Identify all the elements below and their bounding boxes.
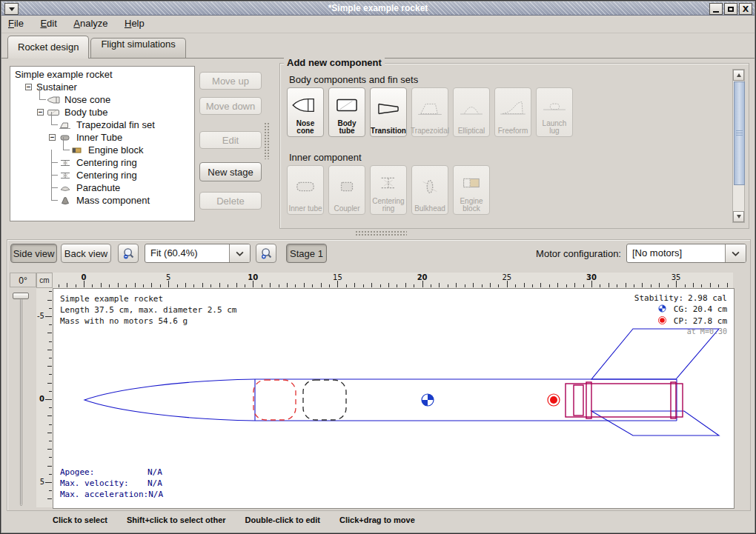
freeform-icon: [497, 90, 528, 127]
tree-item-inner-tube[interactable]: −Inner Tube: [10, 131, 194, 144]
inner-tube-button[interactable]: Inner tube: [287, 165, 324, 215]
nose-cone-button[interactable]: Nose cone: [287, 87, 324, 137]
minimize-button[interactable]: [709, 3, 723, 15]
transition-button[interactable]: Transition: [370, 87, 407, 137]
new-stage-button[interactable]: New stage: [199, 162, 262, 181]
motor-mount-outline: [566, 382, 683, 418]
add-component-title: Add new component: [284, 57, 385, 68]
scroll-down-button[interactable]: [733, 211, 744, 222]
bulkhead-button[interactable]: Bulkhead: [411, 165, 448, 215]
maximize-button[interactable]: [724, 3, 737, 15]
side-view-button[interactable]: Side view: [10, 244, 57, 263]
tree-item-engine-block[interactable]: Engine block: [10, 144, 194, 156]
cg-marker: [422, 394, 434, 406]
ruler-label: 35: [672, 273, 681, 281]
coupler-button[interactable]: Coupler: [328, 165, 365, 215]
scrollbar-thumb[interactable]: [734, 81, 745, 185]
tree-item-nose-cone[interactable]: Nose cone: [10, 93, 194, 106]
centeringring-icon: [59, 171, 72, 180]
cg-icon: [658, 304, 666, 316]
tree-item-parachute[interactable]: Parachute: [10, 181, 194, 194]
parachute-icon: [59, 184, 72, 193]
fin-bottom: [591, 411, 719, 435]
ruler-label: 15: [333, 273, 342, 281]
tree-item-centering-ring[interactable]: Centering ring: [10, 169, 194, 181]
stage-1-toggle[interactable]: Stage 1: [286, 244, 327, 263]
motor-config-dropdown-button[interactable]: [725, 244, 746, 262]
zoom-select[interactable]: Fit (60.4%): [145, 244, 251, 263]
add-component-panel: Add new component Body components and fi…: [279, 63, 749, 229]
scroll-up-button[interactable]: [733, 70, 744, 81]
status-hints: Click to selectShift+click to select oth…: [53, 515, 434, 524]
add-panel-scrollbar[interactable]: [732, 69, 745, 223]
body-tube-button[interactable]: Body tube: [328, 87, 365, 137]
component-button-label: Nose cone: [288, 120, 322, 135]
collapse-icon[interactable]: −: [25, 84, 32, 90]
cp-icon: [658, 316, 666, 327]
engineblock-icon: [456, 168, 487, 198]
openrocket-window: *Simple example rocket X File Edit Analy…: [0, 0, 756, 534]
move-up-button[interactable]: Move up: [199, 72, 262, 90]
edit-button[interactable]: Edit: [199, 131, 262, 149]
tree-connector: [61, 144, 70, 156]
tree-connector: [37, 93, 47, 106]
motor-config-select[interactable]: [No motors]: [626, 244, 746, 263]
tree-item-mass-component[interactable]: Mass component: [10, 194, 194, 207]
centering-ring-button[interactable]: Centering ring: [370, 165, 407, 215]
component-button-label: Elliptical: [458, 127, 485, 135]
coupler-icon: [331, 168, 362, 205]
engine-block-button[interactable]: Engine block: [453, 165, 490, 215]
rocket-canvas[interactable]: Simple example rocketLength 37.5 cm, max…: [53, 288, 735, 509]
menu-help[interactable]: Help: [118, 15, 151, 29]
trapezoidal-button[interactable]: Trapezoidal: [411, 87, 448, 137]
zoom-select-dropdown-button[interactable]: [229, 244, 250, 262]
vertical-ruler: -505: [36, 288, 53, 507]
collapse-icon[interactable]: −: [49, 134, 56, 141]
menu-file[interactable]: File: [1, 15, 30, 29]
vertical-splitter-grip[interactable]: [264, 122, 270, 159]
freeform-button[interactable]: Freeform: [494, 87, 531, 137]
rocket-info-text: Simple example rocketLength 37.5 cm, max…: [60, 293, 236, 327]
component-tree[interactable]: Simple example rocket−SustainerNose cone…: [10, 66, 195, 221]
motor-config-label: Motor configuration:: [536, 248, 621, 259]
elliptical-button[interactable]: Elliptical: [453, 87, 490, 137]
arrow-down-icon: [737, 215, 741, 218]
window-title: *Simple example rocket: [1, 1, 755, 15]
menu-edit[interactable]: Edit: [33, 15, 63, 29]
tab-bar: Rocket design Flight simulations: [1, 33, 755, 59]
transition-icon: [373, 90, 404, 127]
launch-lug-button[interactable]: Launch lug: [536, 87, 573, 137]
tree-item-simple-example-rocket[interactable]: Simple example rocket: [10, 68, 194, 81]
component-button-label: Trapezoidal: [411, 127, 449, 135]
tree-item-sustainer[interactable]: −Sustainer: [10, 81, 194, 93]
tree-item-body-tube[interactable]: −Body tube: [10, 106, 194, 119]
trapezoidal-icon: [414, 90, 445, 127]
tree-item-label: Engine block: [88, 144, 143, 156]
tab-rocket-design[interactable]: Rocket design: [7, 36, 89, 59]
component-button-label: Freeform: [498, 127, 528, 135]
component-button-label: Inner tube: [288, 205, 322, 213]
title-bar[interactable]: *Simple example rocket X: [1, 1, 755, 16]
component-button-label: Bulkhead: [414, 205, 445, 213]
component-button-label: Launch lug: [537, 120, 571, 135]
elliptical-icon: [456, 90, 487, 127]
horizontal-splitter-grip[interactable]: [355, 230, 407, 236]
window-menu-button[interactable]: [4, 3, 19, 15]
move-down-button[interactable]: Move down: [199, 97, 262, 115]
menu-analyze[interactable]: Analyze: [67, 15, 114, 29]
close-button[interactable]: X: [739, 3, 752, 15]
ruler-label: 5: [166, 273, 170, 281]
tree-item-centering-ring[interactable]: Centering ring: [10, 156, 194, 169]
tree-item-label: Centering ring: [76, 157, 137, 168]
rotation-slider-handle[interactable]: [13, 293, 29, 299]
tree-connector: [49, 194, 59, 207]
collapse-icon[interactable]: −: [37, 109, 44, 116]
rotation-slider-track[interactable]: [20, 298, 22, 506]
delete-button[interactable]: Delete: [199, 192, 262, 210]
back-view-button[interactable]: Back view: [61, 244, 111, 263]
zoom-in-button[interactable]: [256, 244, 276, 263]
mass-icon: [59, 196, 72, 205]
zoom-out-button[interactable]: [118, 244, 139, 263]
tree-item-trapezoidal-fin-set[interactable]: Trapezoidal fin set: [10, 119, 194, 131]
tab-flight-simulations[interactable]: Flight simulations: [90, 38, 185, 58]
